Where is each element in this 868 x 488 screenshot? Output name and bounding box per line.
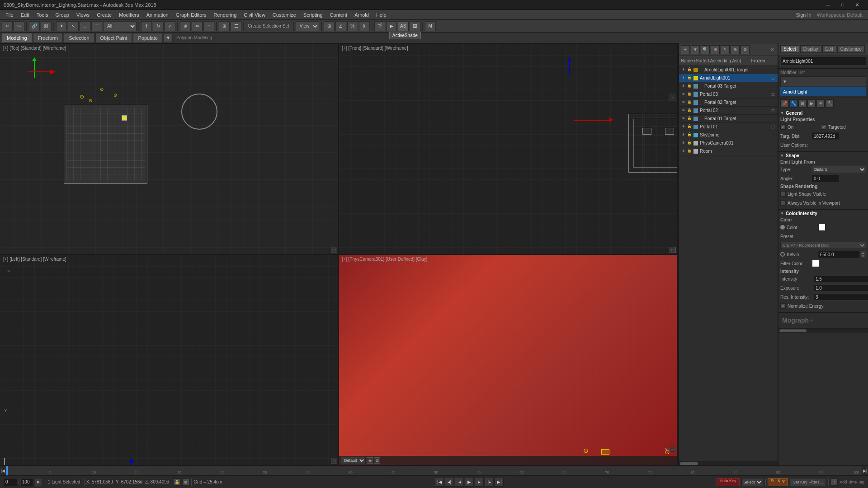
menu-civil-view[interactable]: Civil View [240,11,269,19]
select-keys-dropdown[interactable]: Select [741,478,763,486]
scene-item-portal03-target[interactable]: 👁 🔒 Portal 03:Target [679,82,778,90]
filter-color-swatch[interactable] [812,260,819,267]
modifier-selected-item[interactable]: Arnold Light [780,87,866,96]
quick-render[interactable]: ▶ [386,21,397,31]
mirror-button[interactable]: ⇔ [192,21,203,31]
front-maximize-btn[interactable]: □ [670,247,676,253]
scene-tab-select[interactable]: ↖ [721,45,730,54]
view-dropdown[interactable]: View [296,21,319,31]
exposure-input[interactable] [814,284,868,291]
res-intensity-input[interactable] [814,293,868,300]
prop-icon-display2[interactable]: 👁 [816,99,825,108]
props-tab-select[interactable]: Select [780,45,799,53]
menu-help[interactable]: Help [373,11,390,19]
vp-maximize-btn[interactable]: □ [331,247,337,253]
viewport-left[interactable]: [+] [Left] [Standard] [Wireframe] ⊕ Y [0,254,339,465]
props-tab-edit[interactable]: Edit [822,45,836,53]
preset-select[interactable]: CIE F7 - Fluorescent D65 [780,242,866,249]
scene-explorer-close-btn[interactable]: ✕ [769,46,776,53]
always-visible-checkbox[interactable] [780,200,786,206]
coord-lock-button[interactable]: ⊕ [182,479,189,486]
scene-item-skydome[interactable]: 👁 🔒 SkyDome [679,131,778,139]
scene-explorer-scrollbar-h[interactable] [679,461,778,465]
cam-expand-btn[interactable]: × [670,447,675,452]
lock-button[interactable]: 🔒 [173,479,180,486]
tab-selection[interactable]: Selection [64,33,94,43]
scene-item-portal02[interactable]: 👁 🔒 Portal 02 ⊡ [679,107,778,115]
kelvin-down[interactable]: ▼ [860,254,866,258]
render-frame[interactable]: 🖼 [410,21,420,31]
modifier-list-box[interactable]: ▼ [780,76,866,86]
close-button[interactable]: ✕ [850,0,864,10]
scene-item-portal03[interactable]: 👁 🔒 Portal 03 ⊡ [679,90,778,99]
color-swatch-white[interactable] [818,224,826,231]
add-time-tag-button[interactable]: + [830,479,838,486]
set-key-button[interactable]: Set Key [768,478,788,486]
viewport-top[interactable]: [+] [Top] [Standard] [Wireframe] ⊙ ⊙ [0,43,339,254]
kelvin-value[interactable]: 6500.0 [818,251,860,258]
more-tabs-button[interactable]: ▼ [164,34,173,42]
bind-to-space-warp[interactable]: ✦ [56,21,67,31]
spinner-snap[interactable]: § [359,21,370,31]
color-radio[interactable] [780,225,785,230]
selection-filter[interactable]: All Geometry Shapes Lights Cameras [103,21,137,31]
anim-next-key[interactable]: |▸ [485,478,494,487]
scrollbar-thumb[interactable] [680,462,698,465]
cam-render-btn[interactable]: ◉ [367,457,373,464]
percent-snap[interactable]: % [347,21,358,31]
scene-item-physcamera[interactable]: 👁 🔒 PhysCamera001 [679,139,778,147]
select-region-button[interactable]: □ [80,21,90,31]
left-maximize-btn[interactable]: □ [331,458,337,464]
angle-snap[interactable]: ∠ [335,21,346,31]
menu-modifiers[interactable]: Modifiers [115,11,143,19]
snap-toggle[interactable]: ⊞ [324,21,335,31]
general-section-header[interactable]: General [780,111,866,116]
props-tab-display[interactable]: Display [800,45,821,53]
scale-button[interactable]: ⤢ [165,21,175,31]
anim-play-fwd[interactable]: ▶ [465,478,474,487]
anim-prev-key[interactable]: ◂| [445,478,454,487]
scene-item-arnoldlight-target[interactable]: 👁 🔒 ArnoldLight001:Target [679,66,778,74]
select-link-button[interactable]: 🔗 [29,21,40,31]
lasso-select[interactable]: ⌒ [91,21,102,31]
scene-tab-layers[interactable]: ⊞ [711,45,720,54]
menu-customize[interactable]: Customize [269,11,300,19]
viewport-front[interactable]: [+] [Front] [Standard] [Wireframe] [339,43,677,254]
menu-rendering[interactable]: Rendering [210,11,241,19]
cam-settings-btn[interactable]: ☰ [374,457,380,464]
scene-item-portal02-target[interactable]: 👁 🔒 Portal 02:Target [679,99,778,107]
layer-manager[interactable]: ⊞ [219,21,230,31]
timeline-play-start[interactable]: |◀ [0,466,6,475]
kelvin-up[interactable]: ▲ [860,251,866,254]
kelvin-spinner[interactable]: ▲ ▼ [860,251,866,258]
prop-icon-utility[interactable]: 🔨 [826,99,834,108]
tab-object-paint[interactable]: Object Paint [95,33,132,43]
total-frames-input[interactable] [20,478,34,486]
kelvin-radio[interactable] [780,252,785,257]
props-scroll-right[interactable]: › [866,328,867,333]
select-button[interactable]: ↖ [68,21,79,31]
redo-button[interactable]: ↪ [14,21,24,31]
scene-item-portal01[interactable]: 👁 🔒 Portal 01 ⊡ [679,123,778,131]
active-shade[interactable]: AS ActiveShade [398,21,409,31]
sign-in-button[interactable]: Sign In [796,12,811,18]
targ-dist-value[interactable]: 1827.492d [812,132,839,140]
scene-item-arnoldlight[interactable]: 👁 🔒 ArnoldLight001 ⊡ [679,74,778,82]
set-key-filters-button[interactable]: Set Key Filters... [790,478,826,486]
menu-file[interactable]: File [2,11,17,19]
prop-icon-pin[interactable]: 📌 [780,99,788,108]
menu-scripting[interactable]: Scripting [300,11,326,19]
prop-icon-hierarchy[interactable]: ⊞ [798,99,807,108]
move-button[interactable]: ✛ [141,21,152,31]
viewport-camera[interactable]: [+] [PhysCamera001] [User Defined] [Clay… [339,254,677,465]
scene-explorer[interactable]: ☰ [231,21,241,31]
frame-expand-btn[interactable]: ▶ [35,478,42,486]
props-scrollbar-thumb[interactable] [779,329,807,332]
anim-next-frame[interactable]: ▸ [475,478,484,487]
unlink-button[interactable]: ⛓ [41,21,52,31]
shape-section-header[interactable]: Shape [780,153,866,158]
material-editor[interactable]: M [425,21,436,31]
scene-tab-new[interactable]: + [681,45,690,54]
intensity-input[interactable] [814,275,868,282]
type-select[interactable]: Distant Point Quad Cylinder Disk Mesh [812,166,866,173]
